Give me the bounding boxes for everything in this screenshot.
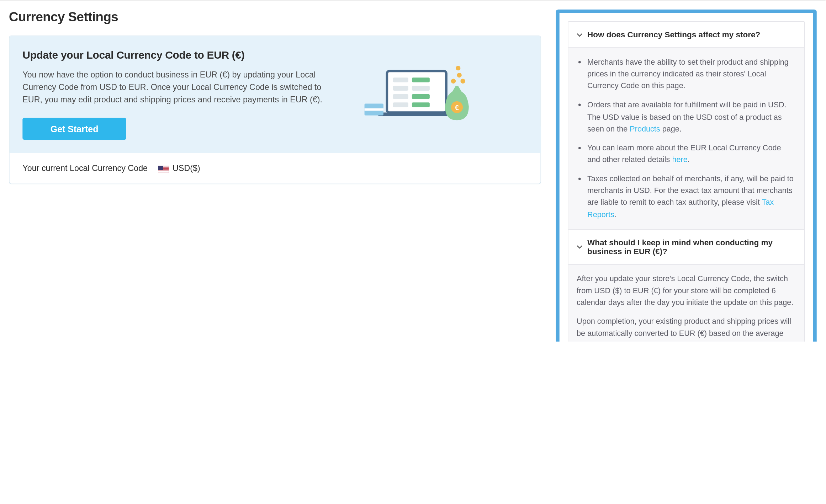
svg-point-15	[457, 73, 461, 77]
faq-q1-title: How does Currency Settings affect my sto…	[587, 30, 760, 39]
chevron-down-icon	[577, 244, 583, 250]
currency-illustration: €	[360, 49, 473, 140]
chevron-down-icon	[577, 32, 583, 38]
svg-rect-7	[412, 94, 430, 98]
svg-rect-25	[158, 166, 163, 170]
faq-q1-bullet3: You can learn more about the EUR Local C…	[587, 142, 796, 166]
current-currency-value: USD($)	[158, 163, 200, 173]
products-link[interactable]: Products	[630, 124, 660, 133]
faq-q2-p2: Upon completion, your existing product a…	[577, 316, 796, 342]
current-currency-label: Your current Local Currency Code	[22, 163, 148, 173]
svg-point-17	[460, 79, 465, 83]
faq-q2-body: After you update your store's Local Curr…	[568, 264, 804, 342]
update-currency-card: Update your Local Currency Code to EUR (…	[9, 36, 541, 184]
update-card-title: Update your Local Currency Code to EUR (…	[22, 49, 343, 61]
update-card-description: You now have the option to conduct busin…	[22, 69, 343, 106]
page-title: Currency Settings	[9, 10, 541, 25]
faq-q1-header[interactable]: How does Currency Settings affect my sto…	[568, 22, 804, 48]
svg-rect-2	[393, 77, 408, 82]
details-here-link[interactable]: here	[672, 155, 687, 164]
svg-rect-9	[412, 102, 430, 107]
us-flag-icon	[158, 165, 169, 172]
svg-rect-22	[158, 170, 169, 171]
svg-rect-23	[158, 171, 169, 172]
svg-point-14	[451, 79, 456, 83]
svg-rect-11	[365, 108, 383, 111]
svg-rect-4	[393, 86, 408, 90]
faq-q1-bullet2: Orders that are available for fulfillmen…	[587, 99, 796, 135]
faq-q2-header[interactable]: What should I keep in mind when conducti…	[568, 230, 804, 264]
faq-panel: How does Currency Settings affect my sto…	[556, 10, 817, 342]
svg-rect-5	[412, 86, 430, 90]
svg-rect-24	[158, 172, 169, 173]
faq-q2-title: What should I keep in mind when conducti…	[587, 238, 796, 256]
faq-q2-p1: After you update your store's Local Curr…	[577, 273, 796, 309]
svg-rect-1	[378, 112, 455, 116]
svg-point-16	[456, 65, 460, 70]
svg-text:€: €	[455, 103, 459, 111]
get-started-button[interactable]: Get Started	[22, 118, 126, 140]
faq-q1-body: Merchants have the ability to set their …	[568, 47, 804, 229]
faq-q1-bullet4: Taxes collected on behalf of merchants, …	[587, 173, 796, 221]
faq-q1-bullet1: Merchants have the ability to set their …	[587, 56, 796, 92]
svg-rect-3	[412, 77, 430, 82]
svg-rect-8	[393, 102, 408, 107]
svg-rect-6	[393, 94, 408, 98]
